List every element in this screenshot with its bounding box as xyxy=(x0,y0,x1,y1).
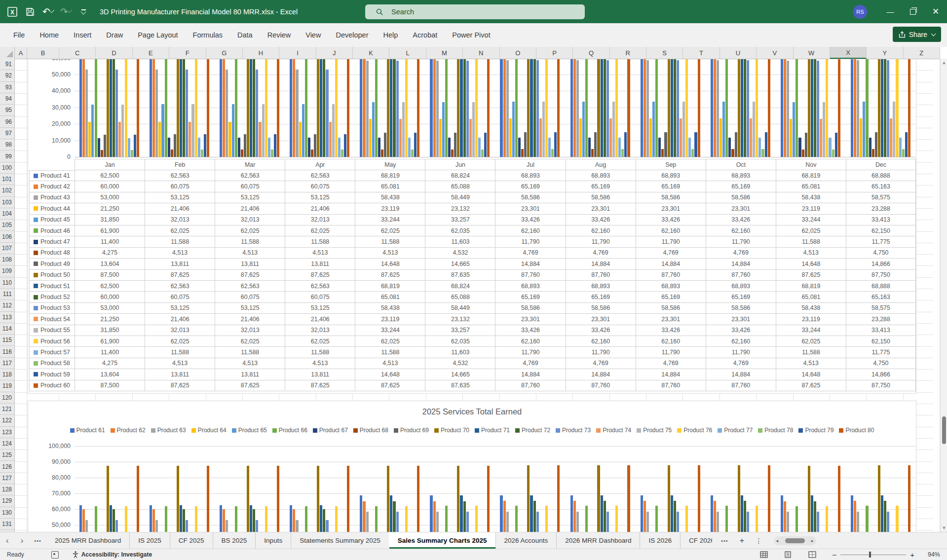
horizontal-scrollbar[interactable]: ◂ ▸ xyxy=(774,536,816,545)
column-header-T[interactable]: T xyxy=(683,47,720,59)
accessibility-status[interactable]: Accessibility: Investigate xyxy=(73,551,152,558)
row-header-101[interactable]: 101 xyxy=(0,174,14,185)
vertical-scrollbar-thumb[interactable] xyxy=(942,416,946,444)
undo-button[interactable]: ↶ xyxy=(42,6,53,17)
sheet-tab-2026-accounts[interactable]: 2026 Accounts xyxy=(495,532,557,549)
sheet-tab-cf-2025[interactable]: CF 2025 xyxy=(170,532,213,549)
column-header-V[interactable]: V xyxy=(757,47,793,59)
row-header-120[interactable]: 120 xyxy=(0,392,14,404)
row-header-91[interactable]: 91 xyxy=(0,59,14,70)
column-header-A[interactable]: A xyxy=(15,47,27,59)
column-header-L[interactable]: L xyxy=(389,47,426,59)
column-header-H[interactable]: H xyxy=(243,47,279,59)
sheet-tab-2026-mrr-dashboard[interactable]: 2026 MRR Dashboard xyxy=(556,532,640,549)
row-header-99[interactable]: 99 xyxy=(0,150,14,162)
row-header-105[interactable]: 105 xyxy=(0,220,14,231)
sheet-tab-sales-summary-charts-2025[interactable]: Sales Summary Charts 2025 xyxy=(389,532,495,549)
ribbon-tab-review[interactable]: Review xyxy=(260,23,299,47)
row-header-123[interactable]: 123 xyxy=(0,427,14,438)
column-header-W[interactable]: W xyxy=(794,47,830,59)
tab-scroll-left-icon[interactable]: ‹ xyxy=(0,532,15,549)
tab-more-left-icon[interactable]: ••• xyxy=(29,532,46,549)
chart-2025-services-total-earned[interactable]: 2025 Services Total Earned Product 61Pro… xyxy=(28,401,916,532)
sheet-tab-cf-2026[interactable]: CF 2026 xyxy=(680,532,712,549)
ribbon-tab-power-pivot[interactable]: Power Pivot xyxy=(445,23,497,47)
row-header-124[interactable]: 124 xyxy=(0,438,14,449)
sheet-tab-is-2026[interactable]: IS 2026 xyxy=(640,532,680,549)
column-header-E[interactable]: E xyxy=(133,47,169,59)
hscroll-right-icon[interactable]: ▸ xyxy=(811,538,814,543)
row-header-106[interactable]: 106 xyxy=(0,231,14,242)
column-header-P[interactable]: P xyxy=(536,47,573,59)
save-icon[interactable] xyxy=(25,6,36,17)
sheet-tab-inputs[interactable]: Inputs xyxy=(255,532,291,549)
select-all-corner[interactable] xyxy=(0,47,15,59)
ribbon-tab-view[interactable]: View xyxy=(298,23,328,47)
row-header-98[interactable]: 98 xyxy=(0,139,14,150)
row-header-119[interactable]: 119 xyxy=(0,380,14,392)
tab-options-icon[interactable]: ⋮ xyxy=(751,537,767,545)
column-header-R[interactable]: R xyxy=(610,47,646,59)
chart-products-41-60[interactable]: 010,00020,00030,00040,00050,00060,000Jan… xyxy=(28,59,916,394)
row-header-118[interactable]: 118 xyxy=(0,369,14,380)
sheet-tab-is-2025[interactable]: IS 2025 xyxy=(129,532,170,549)
page-break-view-icon[interactable] xyxy=(808,551,816,559)
row-header-117[interactable]: 117 xyxy=(0,358,14,369)
row-header-110[interactable]: 110 xyxy=(0,277,14,289)
column-header-G[interactable]: G xyxy=(206,47,243,59)
ribbon-tab-data[interactable]: Data xyxy=(230,23,260,47)
column-header-I[interactable]: I xyxy=(279,47,316,59)
row-header-109[interactable]: 109 xyxy=(0,265,14,277)
row-header-130[interactable]: 130 xyxy=(0,507,14,519)
row-header-112[interactable]: 112 xyxy=(0,300,14,311)
zoom-in-button[interactable]: + xyxy=(910,551,914,559)
row-header-93[interactable]: 93 xyxy=(0,82,14,93)
row-header-126[interactable]: 126 xyxy=(0,461,14,472)
column-header-F[interactable]: F xyxy=(169,47,206,59)
column-header-K[interactable]: K xyxy=(353,47,389,59)
row-header-122[interactable]: 122 xyxy=(0,415,14,426)
row-header-125[interactable]: 125 xyxy=(0,449,14,461)
search-input[interactable]: Search xyxy=(365,4,585,19)
sheet-tab-2025-mrr-dashboard[interactable]: 2025 MRR Dashboard xyxy=(46,532,129,549)
row-header-128[interactable]: 128 xyxy=(0,484,14,495)
column-header-U[interactable]: U xyxy=(720,47,757,59)
column-header-Q[interactable]: Q xyxy=(573,47,609,59)
sheet-tab-statements-summary-2025[interactable]: Statements Summary 2025 xyxy=(291,532,389,549)
row-header-97[interactable]: 97 xyxy=(0,128,14,139)
hscroll-left-icon[interactable]: ◂ xyxy=(776,538,779,543)
column-header-N[interactable]: N xyxy=(463,47,499,59)
scroll-up-icon[interactable]: ▲ xyxy=(941,59,947,67)
restore-button[interactable] xyxy=(902,0,924,23)
tab-more-right-icon[interactable]: ••• xyxy=(716,538,733,544)
column-header-Y[interactable]: Y xyxy=(867,47,903,59)
column-header-X[interactable]: X xyxy=(830,47,867,59)
column-header-C[interactable]: C xyxy=(59,47,96,59)
excel-app-icon[interactable]: X xyxy=(7,6,18,17)
row-header-102[interactable]: 102 xyxy=(0,185,14,196)
row-header-92[interactable]: 92 xyxy=(0,70,14,81)
column-header-Z[interactable]: Z xyxy=(904,47,940,59)
horizontal-scrollbar-thumb[interactable] xyxy=(785,538,805,543)
column-header-B[interactable]: B xyxy=(27,47,59,59)
row-header-121[interactable]: 121 xyxy=(0,404,14,415)
row-header-107[interactable]: 107 xyxy=(0,243,14,254)
column-header-O[interactable]: O xyxy=(500,47,536,59)
scroll-down-icon[interactable]: ▼ xyxy=(941,524,947,532)
row-header-114[interactable]: 114 xyxy=(0,323,14,335)
zoom-slider-thumb[interactable] xyxy=(869,552,871,558)
avatar[interactable]: RS xyxy=(853,5,867,19)
ribbon-tab-formulas[interactable]: Formulas xyxy=(186,23,230,47)
column-header-J[interactable]: J xyxy=(316,47,353,59)
ribbon-tab-file[interactable]: File xyxy=(6,23,32,47)
macro-record-icon[interactable] xyxy=(51,551,59,559)
undo-chevron-icon[interactable] xyxy=(50,9,55,13)
row-header-127[interactable]: 127 xyxy=(0,473,14,484)
tab-scroll-right-icon[interactable]: › xyxy=(15,532,30,549)
zoom-out-button[interactable]: − xyxy=(832,551,836,559)
column-header-S[interactable]: S xyxy=(646,47,683,59)
zoom-level[interactable]: 94% xyxy=(921,551,940,558)
ribbon-tab-developer[interactable]: Developer xyxy=(328,23,376,47)
row-header-95[interactable]: 95 xyxy=(0,105,14,116)
row-header-116[interactable]: 116 xyxy=(0,346,14,357)
